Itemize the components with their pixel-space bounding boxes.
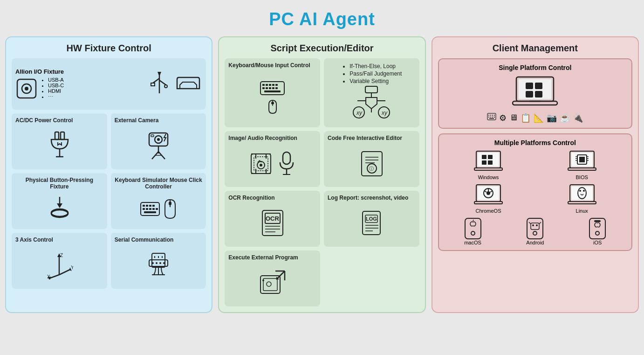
svg-rect-136 [482,155,486,159]
log-report-icon: LOG [359,209,384,239]
windows-label: Windows [478,174,499,180]
serial-cell: Serial Communication [111,233,206,289]
svg-line-6 [159,80,166,85]
monitor-sm-icon: 🖥 [509,113,518,123]
single-platform-panel: Single Platform Control ⚙ [438,58,632,129]
kb-sim-cell: Keyboard Simulator Mouse Click Controlle… [111,173,206,229]
linux-label: Linux [576,208,588,214]
script-panel-title: Script Execution/Editor [225,43,419,54]
svg-rect-16 [151,135,154,137]
svg-rect-118 [526,83,533,89]
hw-fixture-panel: HW Fixture Control Allion I/O Fixture US… [5,36,212,313]
windows-laptop-sm [473,150,503,174]
single-platform-icon [444,75,627,110]
platform-macos: macOS [444,217,502,245]
hw-cells-grid: AC/DC Power Control External Camera [12,113,206,289]
svg-rect-128 [494,115,495,116]
svg-point-171 [471,231,475,235]
image-recognition-icon [249,152,273,175]
main-grid: HW Fixture Control Allion I/O Fixture US… [5,36,639,313]
btn-press-cell: Physical Button-Pressing Fixture [12,173,107,229]
svg-text:ⓘ: ⓘ [369,166,374,171]
client-panel-title: Client Management [438,43,632,54]
platform-linux: Linux [537,184,627,214]
chromeos-label: ChromeOS [475,208,501,214]
svg-rect-70 [264,90,281,92]
script-panel: Script Execution/Editor Keyboard/Mouse I… [218,36,425,313]
ios-phone-icon [586,217,609,240]
axis-cell: 3 Axis Control Z Y X [12,233,107,289]
svg-rect-109 [263,278,277,291]
svg-marker-8 [158,72,161,77]
svg-rect-34 [149,208,151,210]
svg-rect-39 [169,202,171,205]
linux-laptop-sm [567,184,597,208]
allion-icons-right [149,70,202,98]
svg-rect-69 [275,87,278,89]
img-audio-cell: Image/ Audio Recognition [225,131,320,187]
multi-3-grid: macOS Android [444,217,627,245]
svg-line-43 [59,269,71,275]
axis-title: 3 Axis Control [15,237,53,243]
logic-bullets: If-Then-Else, Loop Pass/Fail Judgement V… [341,63,402,85]
usb-sm-icon: 🔌 [573,113,583,123]
svg-rect-62 [269,84,271,86]
serial-title: Serial Communication [115,237,174,243]
svg-rect-33 [146,208,148,210]
keyboard-icon [140,202,160,216]
platform-windows: Windows [444,150,534,180]
btn-press-title: Physical Button-Pressing Fixture [15,177,103,190]
svg-rect-63 [272,84,274,86]
svg-rect-139 [488,160,493,165]
img-audio-icons [249,151,296,177]
multi-platform-panel: Multiple Platforms Control Windows [438,133,632,251]
svg-rect-36 [156,208,158,210]
flowchart-icon: xy xy [350,85,392,123]
svg-rect-61 [266,84,268,86]
code-free-icon: ⓘ [359,150,384,178]
svg-rect-133 [489,118,494,119]
svg-text:LOG: LOG [366,216,377,222]
bullet-ifthen: If-Then-Else, Loop [349,63,402,70]
mouse-icon [163,199,177,219]
mouse-script-icon [267,99,278,114]
ac-dc-cell: AC/DC Power Control [12,113,107,169]
svg-rect-120 [526,91,533,97]
svg-point-173 [533,231,537,235]
svg-rect-66 [266,87,268,89]
execute-external-icon [259,269,287,297]
bullet-passfail: Pass/Fail Judgement [349,70,402,77]
allion-list: USB-A USB-C HDMI ⋯ [41,77,64,100]
hw-panel-title: HW Fixture Control [12,43,206,54]
bullet-variable: Variable Setting [349,78,402,84]
platform-ios: iOS [568,217,627,245]
macos-label: macOS [464,240,481,245]
svg-rect-129 [488,117,489,118]
allion-hdmi: HDMI [48,88,64,94]
svg-point-176 [536,224,538,226]
kb-mouse-title: Keyboard/Mouse Input Control [228,62,310,69]
svg-point-86 [260,164,262,167]
serial-icon [145,251,171,279]
chrome-laptop-sm [473,184,503,208]
ext-cam-cell: External Camera [111,113,206,169]
svg-rect-125 [488,115,489,116]
single-icons-row: ⚙ 🖥 📋 📐 📷 ☕ 🔌 [444,113,627,123]
keyboard-sm-icon [487,113,496,120]
svg-rect-164 [571,186,593,200]
allion-usba: USB-A [48,77,64,83]
bios-laptop-sm [567,150,597,174]
svg-rect-65 [262,87,265,89]
svg-point-56 [159,262,161,264]
allion-usbc: USB-C [48,83,64,88]
svg-text:xy: xy [356,110,363,116]
exec-ext-cell: Execute External Program [225,251,320,306]
kb-mouse-cell: Keyboard/Mouse Input Control [225,58,320,127]
camera-tripod-icon [144,131,172,161]
allion-fixture-cell: Allion I/O Fixture USB-A USB-C HDMI ⋯ [12,58,206,110]
svg-rect-137 [488,155,493,159]
page-title: PC AI Agent [269,9,375,29]
svg-rect-5 [151,83,155,86]
script-grid: Keyboard/Mouse Input Control [225,58,419,306]
svg-rect-170 [465,218,481,239]
